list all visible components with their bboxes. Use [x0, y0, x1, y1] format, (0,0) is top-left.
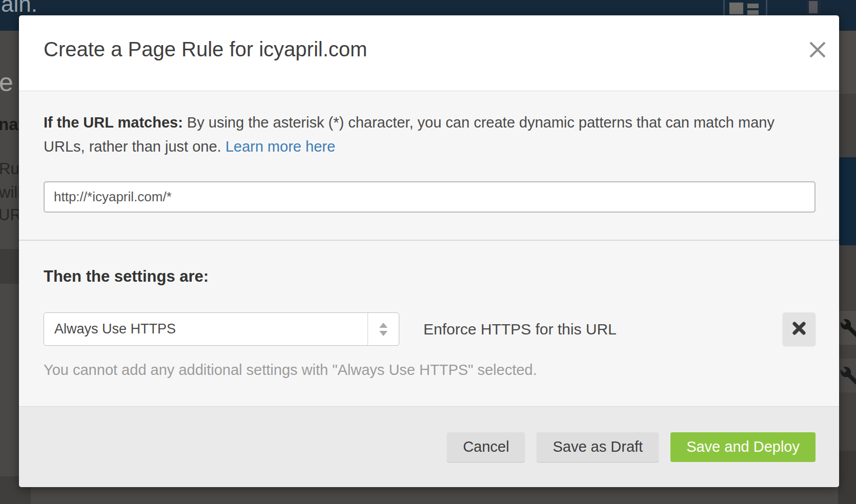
cancel-button[interactable]: Cancel	[447, 432, 525, 462]
learn-more-link[interactable]: Learn more here	[226, 138, 335, 155]
url-pattern-input[interactable]	[44, 181, 816, 213]
setting-description: Enforce HTTPS for this URL	[423, 321, 617, 338]
bg-text-fragment: Ru	[0, 160, 19, 178]
edit-rule-button-fragment	[838, 359, 856, 392]
save-draft-button[interactable]: Save as Draft	[537, 432, 659, 462]
close-icon	[808, 40, 827, 59]
setting-row: Always Use HTTPS Enforce HTTPS for this …	[44, 312, 816, 346]
settings-section: Then the settings are: Always Use HTTPS …	[19, 241, 839, 379]
close-button[interactable]	[804, 37, 831, 64]
device-icon-screen	[809, 1, 818, 13]
wrench-icon	[840, 366, 856, 385]
create-page-rule-modal: Create a Page Rule for icyapril.com If t…	[19, 15, 839, 487]
url-match-section: If the URL matches: By using the asteris…	[19, 91, 839, 241]
modal-footer: Cancel Save as Draft Save and Deploy	[19, 406, 839, 487]
view-toggle-square	[729, 3, 743, 14]
spinner-down-icon	[379, 331, 388, 336]
url-match-description: If the URL matches: By using the asteris…	[44, 111, 805, 159]
background-blue-panel-fragment	[839, 157, 856, 245]
bg-text-fragment: UR	[0, 206, 22, 224]
modal-title: Create a Page Rule for icyapril.com	[19, 15, 839, 61]
settings-helper-text: You cannot add any additional settings w…	[44, 362, 816, 379]
wrench-icon	[840, 318, 856, 338]
save-deploy-button[interactable]: Save and Deploy	[670, 432, 816, 462]
modal-title-bar: Create a Page Rule for icyapril.com	[19, 15, 839, 91]
modal-body: If the URL matches: By using the asteris…	[19, 91, 839, 406]
url-match-label: If the URL matches:	[44, 114, 183, 131]
background-light-band	[838, 31, 856, 94]
remove-setting-button[interactable]	[783, 312, 816, 346]
bg-text-fragment: will	[0, 183, 21, 202]
spinner-up-icon	[379, 323, 388, 328]
background-dark-band	[838, 451, 856, 504]
view-toggle-bar	[747, 4, 759, 8]
device-icon	[806, 0, 821, 15]
setting-select[interactable]: Always Use HTTPS	[44, 312, 399, 346]
bg-text-fragment: e	[0, 68, 13, 97]
background-right-edge	[838, 31, 856, 504]
edit-rule-button-fragment	[838, 311, 856, 345]
select-spinner	[368, 313, 399, 345]
settings-heading: Then the settings are:	[44, 267, 816, 286]
setting-select-value: Always Use HTTPS	[54, 321, 176, 337]
background-heading-fragment: ain.	[1, 0, 37, 17]
view-toggle-bar	[747, 10, 759, 15]
remove-icon	[791, 321, 807, 336]
page-background: ain. e nav Ru will UR Cr	[0, 0, 856, 504]
